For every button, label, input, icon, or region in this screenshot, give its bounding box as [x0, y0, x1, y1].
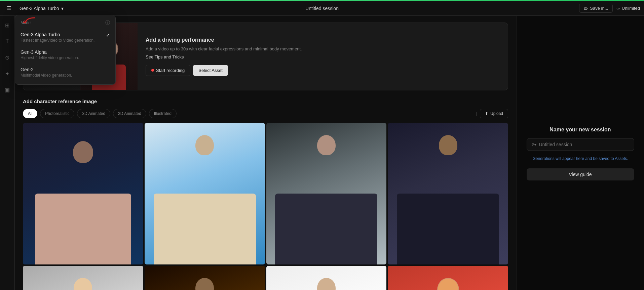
character-card-6[interactable] — [145, 266, 265, 290]
session-input-wrapper: 🗁 — [527, 138, 634, 151]
filter-tab-2d-animated[interactable]: 2D Animated — [113, 109, 146, 118]
record-label: Start recording — [156, 68, 185, 73]
driving-info: Add a driving performance Add a video up… — [138, 23, 508, 90]
filter-tab-all[interactable]: All — [23, 109, 37, 118]
start-recording-button[interactable]: Start recording — [146, 65, 190, 76]
character-card-8[interactable] — [388, 266, 508, 290]
topbar: ☰ Gen-3 Alpha Turbo ▾ Untitled session 🗁… — [0, 1, 644, 16]
session-note: Generations will appear here and be save… — [527, 156, 634, 162]
select-asset-button[interactable]: Select Asset — [193, 65, 228, 76]
menu-icon: ☰ — [7, 5, 11, 11]
dropdown-item-desc-1: Highest-fidelity video generation. — [21, 55, 79, 60]
session-name-input[interactable] — [539, 142, 629, 147]
model-name-label: Gen-3 Alpha Turbo — [20, 6, 59, 11]
sidebar: ⊞ T ⊙ ✦ ▣ — [0, 16, 15, 290]
sidebar-item-layers[interactable]: ▣ — [2, 84, 13, 95]
session-title: Untitled session — [305, 6, 339, 11]
unlimited-label: Unlimited — [622, 6, 640, 11]
driving-title: Add a driving performance — [146, 37, 500, 43]
session-form: Name your new session 🗁 Generations will… — [527, 127, 634, 180]
upload-icon: ⬆ — [485, 111, 488, 116]
character-card-7[interactable] — [266, 266, 387, 290]
sidebar-item-text[interactable]: T — [2, 36, 13, 47]
unlimited-button[interactable]: ∞ Unlimited — [617, 6, 640, 11]
save-in-button[interactable]: 🗁 Save in... — [579, 4, 612, 13]
upload-label: Upload — [490, 111, 503, 116]
tips-link[interactable]: See Tips and Tricks — [146, 54, 500, 59]
upload-button[interactable]: ⬆ Upload — [480, 109, 508, 118]
dropdown-item-name-2: Gen-2 — [21, 67, 72, 72]
checkmark-icon-0: ✓ — [106, 33, 110, 38]
right-panel: Name your new session 🗁 Generations will… — [516, 16, 644, 290]
filter-tabs: All Photorealistic 3D Animated 2D Animat… — [23, 109, 508, 118]
folder-input-icon: 🗁 — [532, 142, 536, 147]
model-dropdown: Model ⓘ Gen-3 Alpha Turbo Fastest Image/… — [15, 15, 116, 85]
character-card-3[interactable] — [266, 123, 387, 264]
dropdown-item-gen3-alpha-turbo[interactable]: Gen-3 Alpha Turbo Fastest Image/Video to… — [15, 29, 115, 46]
chevron-down-icon: ▾ — [61, 6, 64, 11]
character-card-4[interactable] — [388, 123, 508, 264]
record-dot-icon — [151, 69, 154, 72]
topbar-right: 🗁 Save in... ∞ Unlimited — [579, 4, 640, 13]
dropdown-item-content-1: Gen-3 Alpha Highest-fidelity video gener… — [21, 49, 79, 60]
dropdown-item-name-0: Gen-3 Alpha Turbo — [21, 32, 94, 37]
driving-description: Add a video up to 30s with clear facial … — [146, 46, 500, 52]
sidebar-item-grid[interactable]: ⊞ — [2, 20, 13, 31]
dropdown-item-content: Gen-3 Alpha Turbo Fastest Image/Video to… — [21, 32, 94, 43]
character-grid — [23, 123, 508, 290]
character-section-title: Add character reference image — [23, 98, 508, 104]
view-guide-button[interactable]: View guide — [527, 168, 634, 180]
character-card-5[interactable] — [23, 266, 143, 290]
character-card-2[interactable] — [145, 123, 265, 264]
folder-icon: 🗁 — [583, 6, 588, 11]
save-in-label: Save in... — [590, 6, 608, 11]
session-form-title: Name your new session — [527, 127, 634, 133]
action-buttons: Start recording Select Asset — [146, 65, 500, 76]
model-selector-button[interactable]: Gen-3 Alpha Turbo ▾ — [17, 4, 66, 12]
dropdown-item-name-1: Gen-3 Alpha — [21, 49, 79, 55]
dropdown-item-gen3-alpha[interactable]: Gen-3 Alpha Highest-fidelity video gener… — [15, 46, 115, 64]
sidebar-item-camera[interactable]: ⊙ — [2, 52, 13, 63]
filter-divider: | — [476, 111, 477, 116]
filter-tab-photorealistic[interactable]: Photorealistic — [40, 109, 74, 118]
filter-tab-illustrated[interactable]: Illustrated — [149, 109, 177, 118]
character-card-1[interactable] — [23, 123, 143, 264]
dropdown-info-icon[interactable]: ⓘ — [105, 20, 110, 26]
unlimited-icon: ∞ — [617, 6, 620, 11]
filter-tab-3d-animated[interactable]: 3D Animated — [77, 109, 110, 118]
dropdown-item-desc-0: Fastest Image/Video to Video generation. — [21, 38, 94, 43]
dropdown-item-desc-2: Multimodal video generation. — [21, 73, 72, 78]
dropdown-header-label: Model — [21, 20, 32, 25]
dropdown-header: Model ⓘ — [15, 18, 115, 29]
menu-button[interactable]: ☰ — [4, 4, 14, 13]
dropdown-item-gen2[interactable]: Gen-2 Multimodal video generation. — [15, 64, 115, 81]
sidebar-item-shape[interactable]: ✦ — [2, 68, 13, 79]
dropdown-item-content-2: Gen-2 Multimodal video generation. — [21, 67, 72, 78]
character-section: Add character reference image All Photor… — [23, 98, 508, 290]
